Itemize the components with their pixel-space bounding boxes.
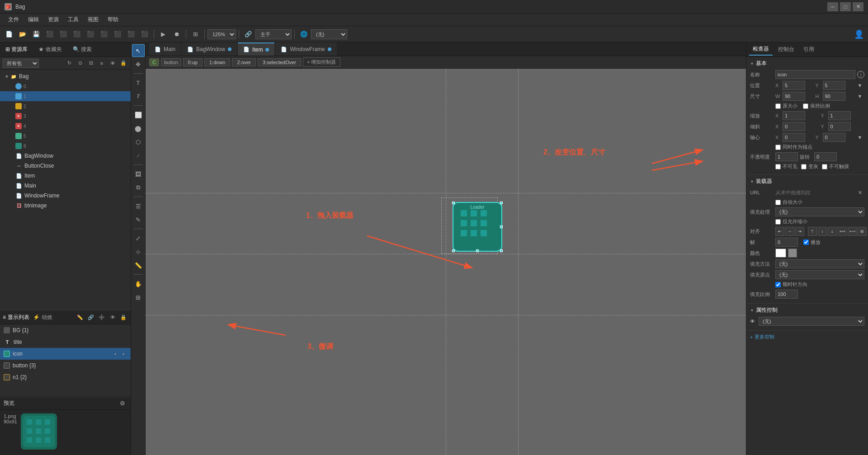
tree-item-windowframe[interactable]: 📄 WindowFrame: [0, 191, 131, 201]
tree-item-item[interactable]: 📄 Item: [0, 171, 131, 181]
play-checkbox[interactable]: [803, 239, 809, 245]
menu-view[interactable]: 视图: [83, 14, 103, 25]
rect-tool[interactable]: ⬜: [132, 108, 145, 121]
tab-search[interactable]: 🔍 搜索: [70, 44, 94, 55]
move-tool[interactable]: ✥: [132, 58, 145, 70]
toolbar-save[interactable]: 💾: [30, 28, 42, 40]
align-fill[interactable]: ⊞: [858, 227, 867, 236]
toolbar-btn11[interactable]: ⬛: [138, 28, 151, 40]
filltype-select[interactable]: (无): [775, 259, 864, 268]
tree-item-2[interactable]: 2: [0, 101, 131, 111]
tree-item-8[interactable]: 8: [0, 141, 131, 151]
lang-select[interactable]: (无): [311, 29, 347, 39]
handle-bc[interactable]: [476, 249, 479, 252]
toolbar-btn7[interactable]: ⬛: [84, 28, 97, 40]
text-v-tool[interactable]: 𝑇: [132, 90, 145, 103]
frame-input[interactable]: [775, 238, 798, 247]
url-input[interactable]: [775, 190, 854, 195]
tree-item-btnimage[interactable]: 🖼 btnimage: [0, 201, 131, 211]
tab-favorites[interactable]: ★ 收藏夹: [36, 44, 64, 55]
grid-tool[interactable]: ⊞: [132, 291, 145, 304]
preview-settings-btn[interactable]: ⚙: [118, 399, 127, 408]
name-input[interactable]: [775, 70, 855, 79]
layer-title[interactable]: T title • •: [0, 336, 131, 348]
fillamount-input[interactable]: [775, 290, 798, 299]
handle-mr[interactable]: [500, 225, 503, 228]
tab-main[interactable]: 📄 Main: [149, 42, 181, 56]
toolbar-btn4[interactable]: ⬛: [43, 28, 56, 40]
skew-x-input[interactable]: [783, 122, 805, 131]
invisible-checkbox[interactable]: [775, 164, 781, 169]
canvas-area[interactable]: Loader: [146, 69, 746, 455]
basic-section-header[interactable]: ▼ 基本: [750, 60, 864, 67]
align-top[interactable]: ⇡: [808, 227, 817, 236]
align-vcenter[interactable]: ↕: [818, 227, 827, 236]
ruler-tool[interactable]: 📏: [132, 259, 145, 272]
more-controls[interactable]: + 更多控制: [746, 331, 868, 343]
pivot-x-input[interactable]: [783, 133, 805, 142]
branch-select[interactable]: 主干: [255, 29, 292, 39]
state-3selectedover[interactable]: 3:selectedOver: [258, 58, 301, 66]
align-hcenter[interactable]: ↔: [785, 227, 794, 236]
grey-checkbox[interactable]: [801, 164, 807, 169]
rotation-input[interactable]: [814, 152, 837, 161]
inspector-tab[interactable]: 检查器: [749, 43, 773, 56]
eye-btn[interactable]: 👁: [108, 59, 117, 68]
display-list-tab[interactable]: ≡ 显示列表: [3, 314, 29, 321]
size-w-input[interactable]: [783, 92, 805, 101]
layer-bg[interactable]: BG {1} • •: [0, 324, 131, 336]
toolbar-link[interactable]: 🔗: [242, 28, 255, 40]
toolbar-btn5[interactable]: ⬛: [57, 28, 70, 40]
position-y-input[interactable]: [823, 81, 845, 90]
url-clear-btn[interactable]: ✕: [855, 188, 864, 197]
tree-item-1[interactable]: 1: [0, 91, 131, 101]
layer-title-dot2[interactable]: •: [120, 338, 127, 346]
pivot-expand-btn[interactable]: ▼: [855, 133, 864, 142]
toolbar-user[interactable]: 👤: [853, 28, 865, 40]
menu-resource[interactable]: 资源: [43, 14, 63, 25]
clockwise-checkbox[interactable]: [775, 282, 781, 287]
toolbar-new[interactable]: 📄: [3, 28, 15, 40]
line-tool[interactable]: ⟋: [132, 149, 145, 162]
color-picker[interactable]: [775, 249, 786, 258]
layer-button[interactable]: button {3} • •: [0, 360, 131, 371]
edit-tool[interactable]: ✎: [132, 213, 145, 226]
position-expand-btn[interactable]: ▼: [855, 81, 864, 90]
layer-title-dot1[interactable]: •: [112, 338, 119, 346]
onlyshrink-checkbox[interactable]: [775, 219, 781, 225]
layer-add-btn[interactable]: ➕: [97, 313, 106, 322]
package-filter[interactable]: 所有包: [3, 59, 39, 68]
toolbar-globe[interactable]: 🌐: [297, 28, 310, 40]
layer-link-btn[interactable]: 🔗: [86, 313, 95, 322]
align-right[interactable]: ⇥: [795, 227, 804, 236]
select-tool[interactable]: ↖: [132, 44, 145, 57]
minimize-button[interactable]: ─: [827, 2, 838, 11]
pivot-y-input[interactable]: [823, 133, 845, 142]
state-2over[interactable]: 2:over: [232, 58, 256, 66]
handle-bl[interactable]: [452, 249, 455, 252]
layer-bg-dot1[interactable]: •: [112, 327, 119, 334]
list-tool[interactable]: ☰: [132, 200, 145, 212]
tab-library[interactable]: ⊞ 资源库: [3, 44, 30, 55]
toolbar-btn9[interactable]: ⬛: [111, 28, 124, 40]
tab-bagwindow[interactable]: 📄 BagWindow: [182, 42, 237, 56]
text-tool[interactable]: T: [132, 76, 145, 89]
toolbar-play[interactable]: ▶: [157, 28, 170, 40]
size-h-input[interactable]: [823, 92, 845, 101]
split-btn[interactable]: ⊟: [86, 59, 95, 68]
transform-tool[interactable]: ⤢: [132, 232, 145, 244]
handle-br[interactable]: [500, 249, 503, 252]
layer-icon-dot2[interactable]: •: [120, 350, 127, 357]
layer-lock-btn[interactable]: 🔒: [119, 313, 128, 322]
menu-tools[interactable]: 工具: [63, 14, 83, 25]
sync-btn[interactable]: ⊙: [75, 59, 85, 68]
tree-item-0[interactable]: 0: [0, 81, 131, 91]
tree-item-main[interactable]: 📄 Main: [0, 181, 131, 191]
position-x-input[interactable]: [783, 81, 805, 90]
toolbar-stop[interactable]: ⏺: [170, 28, 183, 40]
scale-x-input[interactable]: [783, 111, 805, 120]
propcontrol-section-header[interactable]: ▼ 属性控制: [750, 306, 864, 314]
animation-tab[interactable]: ⚡ 动效: [33, 314, 52, 321]
layer-button-dot2[interactable]: •: [120, 362, 127, 369]
crop-tool[interactable]: ⊹: [132, 245, 145, 258]
